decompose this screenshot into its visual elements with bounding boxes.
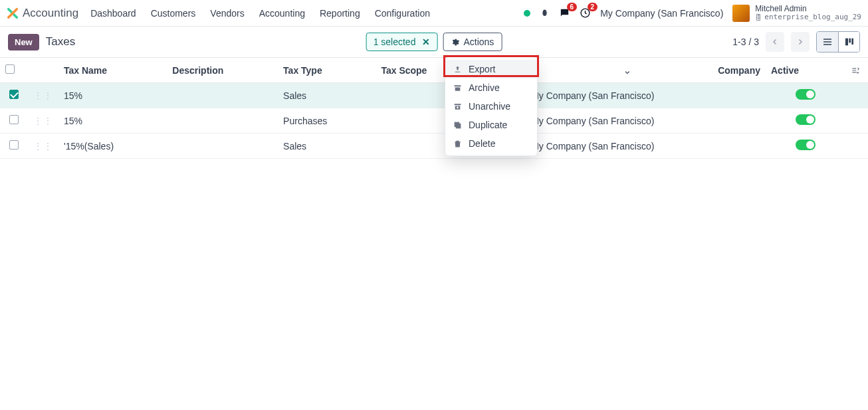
trash-icon <box>453 140 462 148</box>
actions-label: Actions <box>463 37 494 47</box>
pager-prev-button[interactable] <box>766 32 784 52</box>
table-header-row: Tax Name Description Tax Type Tax Scope … <box>0 58 868 83</box>
new-button[interactable]: New <box>8 34 39 51</box>
activities-badge: 2 <box>588 3 598 11</box>
nav-configuration[interactable]: Configuration <box>375 8 430 19</box>
pager-next-button[interactable] <box>791 32 810 52</box>
cell-description <box>167 83 278 108</box>
cell-tax-type: Sales <box>278 134 376 159</box>
user-info: Mitchell Admin 🗄enterprise_blog_aug_29 <box>755 5 861 21</box>
actions-dropdown: Export Archive Unarchive Duplicate Delet… <box>445 56 538 156</box>
app-logo-icon <box>7 7 19 19</box>
active-toggle[interactable] <box>796 140 815 150</box>
view-switcher <box>816 31 860 52</box>
app-name: Accounting <box>23 7 78 20</box>
action-duplicate[interactable]: Duplicate <box>445 116 537 134</box>
action-unarchive[interactable]: Unarchive <box>445 97 537 116</box>
action-archive[interactable]: Archive <box>445 78 537 97</box>
col-active[interactable]: Active <box>766 58 845 83</box>
presence-indicator-icon <box>524 10 530 17</box>
svg-rect-2 <box>849 39 851 43</box>
breadcrumb: Taxes <box>46 35 75 49</box>
chevron-down-icon: ⌄ <box>623 65 631 76</box>
active-toggle[interactable] <box>796 114 815 125</box>
cell-tax-name: 15% <box>58 108 167 134</box>
duplicate-icon <box>453 121 462 130</box>
kanban-icon <box>844 37 855 47</box>
brand[interactable]: Accounting <box>7 7 78 20</box>
top-nav: Accounting Dashboard Customers Vendors A… <box>0 0 868 27</box>
nav-accounting[interactable]: Accounting <box>259 8 305 19</box>
row-checkbox[interactable] <box>9 140 19 150</box>
list-view-button[interactable] <box>817 32 838 52</box>
actions-button[interactable]: Actions <box>443 33 502 51</box>
taxes-table: Tax Name Description Tax Type Tax Scope … <box>0 57 868 159</box>
col-description[interactable]: Description <box>167 58 278 83</box>
select-all-checkbox[interactable] <box>5 64 15 74</box>
archive-icon <box>453 84 462 92</box>
row-checkbox[interactable] <box>9 115 19 124</box>
cell-tax-name: 15% <box>58 83 167 108</box>
cell-description <box>167 134 278 159</box>
col-company[interactable]: x⌄Company <box>526 58 766 83</box>
nav-dashboard[interactable]: Dashboard <box>90 8 136 19</box>
nav-customers[interactable]: Customers <box>151 8 196 19</box>
database-icon: 🗄 <box>755 14 762 21</box>
drag-handle-icon[interactable]: ⋮⋮ <box>33 141 53 152</box>
cell-company: My Company (San Francisco) <box>526 108 766 134</box>
debug-icon[interactable] <box>540 8 550 18</box>
cell-company: My Company (San Francisco) <box>526 83 766 108</box>
col-tax-type[interactable]: Tax Type <box>278 58 376 83</box>
table-row[interactable]: ⋮⋮ '15%(Sales) Sales My Company (San Fra… <box>0 134 868 159</box>
avatar-icon <box>732 5 750 22</box>
company-switcher[interactable]: My Company (San Francisco) <box>600 8 723 19</box>
activities-button[interactable]: 2 <box>580 7 591 19</box>
table-row[interactable]: ⋮⋮ 15% Sales My Company (San Francisco) <box>0 83 868 108</box>
table-row[interactable]: ⋮⋮ 15% Purchases My Company (San Francis… <box>0 108 868 134</box>
action-export[interactable]: Export <box>445 60 537 78</box>
cell-company: My Company (San Francisco) <box>526 134 766 159</box>
svg-rect-5 <box>455 122 459 127</box>
list-icon <box>822 37 833 47</box>
drag-handle-icon[interactable]: ⋮⋮ <box>33 116 53 126</box>
row-checkbox[interactable] <box>9 90 19 99</box>
nav-right: 6 2 My Company (San Francisco) Mitchell … <box>524 5 861 22</box>
messages-button[interactable]: 6 <box>559 7 570 19</box>
main-menu: Dashboard Customers Vendors Accounting R… <box>90 8 430 19</box>
selection-count: 1 selected <box>374 37 416 47</box>
user-db: 🗄enterprise_blog_aug_29 <box>755 13 861 21</box>
nav-reporting[interactable]: Reporting <box>320 8 360 19</box>
gear-icon <box>451 38 459 47</box>
cell-description <box>167 108 278 134</box>
cell-tax-name: '15%(Sales) <box>58 134 167 159</box>
optional-columns-icon[interactable] <box>851 66 863 75</box>
selection-chip: 1 selected ✕ <box>366 33 438 51</box>
nav-vendors[interactable]: Vendors <box>210 8 244 19</box>
active-toggle[interactable] <box>796 89 815 100</box>
messages-badge: 6 <box>567 3 578 11</box>
control-bar: New Taxes 1 selected ✕ Actions 1-3 / 3 <box>0 27 868 57</box>
cell-tax-type: Purchases <box>278 108 376 134</box>
cell-tax-type: Sales <box>278 83 376 108</box>
pager-text[interactable]: 1-3 / 3 <box>732 37 759 47</box>
kanban-view-button[interactable] <box>838 32 859 52</box>
clear-selection-icon[interactable]: ✕ <box>422 37 430 47</box>
user-menu[interactable]: Mitchell Admin 🗄enterprise_blog_aug_29 <box>732 5 861 22</box>
col-tax-name[interactable]: Tax Name <box>58 58 167 83</box>
unarchive-icon <box>453 102 462 111</box>
drag-handle-icon[interactable]: ⋮⋮ <box>33 90 53 101</box>
svg-rect-1 <box>845 39 848 46</box>
upload-icon <box>453 65 462 74</box>
svg-rect-3 <box>851 39 853 45</box>
action-delete[interactable]: Delete <box>445 134 537 153</box>
